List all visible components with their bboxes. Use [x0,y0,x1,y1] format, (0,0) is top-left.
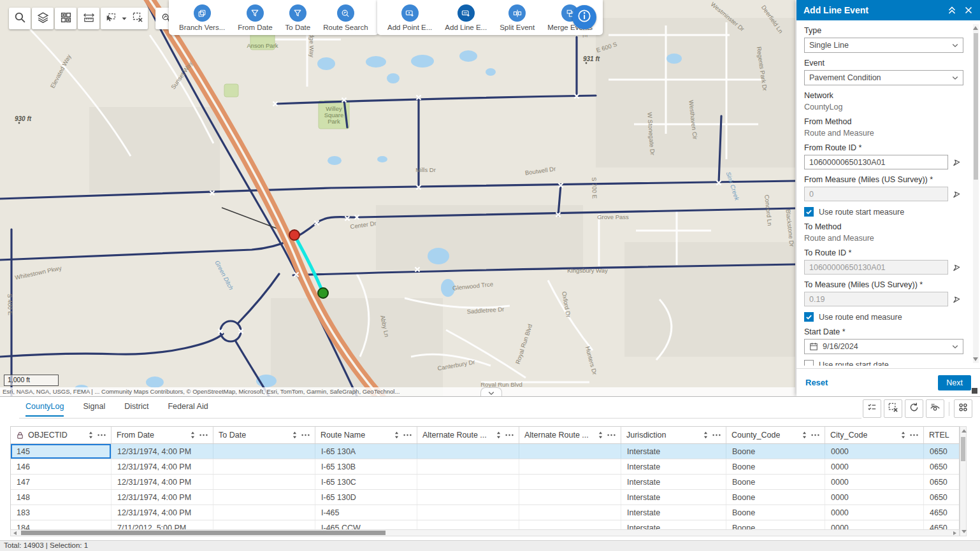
caret-down-icon[interactable] [121,13,127,24]
next-button[interactable]: Next [938,375,971,390]
show-selection-button[interactable] [863,399,881,418]
table-cell[interactable]: 147 [11,475,112,489]
measure-tool[interactable] [78,8,99,29]
table-cell[interactable]: 0000 [825,505,924,520]
table-cell[interactable]: 0650 [924,490,960,504]
route-search-tool[interactable]: Route Search [323,4,368,31]
sort-icon[interactable] [496,431,501,439]
table-cell[interactable]: 0000 [825,475,924,489]
table-cell[interactable]: I-465 [315,505,417,520]
to-route-id-input[interactable]: 10600000650130A01 [804,260,948,275]
table-cell[interactable]: 145 [11,444,112,459]
table-cell[interactable]: 12/31/1974, 4:00 PM [112,444,213,459]
table-cell[interactable]: Interstate [621,505,726,520]
column-header[interactable]: Alternate Route ... [417,427,519,443]
refresh-table-button[interactable] [905,399,923,418]
table-cell[interactable] [213,459,315,474]
column-menu-icon[interactable] [811,434,819,436]
table-options-button[interactable] [954,399,972,418]
table-cell[interactable]: 12/31/1974, 4:00 PM [112,505,213,520]
table-cell[interactable] [417,444,519,459]
pick-from-map-icon[interactable] [952,189,962,199]
table-cell[interactable]: Boone [726,444,825,459]
table-row[interactable]: 14812/31/1974, 4:00 PMI-65 130DInterstat… [11,490,959,505]
select-cursor-icon[interactable] [105,11,117,25]
sort-icon[interactable] [190,431,196,439]
overview-tool[interactable] [55,8,76,29]
table-row[interactable]: 18312/31/1974, 4:00 PMI-465InterstateBoo… [11,505,959,520]
type-select[interactable]: Single Line [804,38,963,53]
add-point-event-tool[interactable]: Add Point E... [387,4,432,31]
pick-from-map-icon[interactable] [952,157,962,167]
branch-versions-tool[interactable]: Branch Vers... [179,4,225,31]
table-cell[interactable] [213,505,315,520]
table-cell[interactable]: 0650 [924,444,960,459]
table-cell[interactable]: 12/31/1974, 4:00 PM [112,459,213,474]
layers-tool[interactable] [32,8,54,29]
table-cell[interactable]: 0000 [825,444,924,459]
sort-icon[interactable] [900,431,906,439]
column-header[interactable]: Jurisdiction [621,427,726,443]
column-menu-icon[interactable] [199,434,208,436]
table-cell[interactable]: Boone [726,459,825,474]
table-cell[interactable] [213,444,315,459]
to-date-tool[interactable]: To Date [285,4,311,31]
table-cell[interactable]: I-65 130D [315,490,417,504]
sort-icon[interactable] [598,431,603,439]
use-route-start-measure-checkbox[interactable]: Use route start measure [804,207,965,217]
pick-from-map-icon[interactable] [952,262,962,272]
table-cell[interactable] [417,475,519,489]
table-cell[interactable]: 0650 [924,459,960,474]
split-event-tool[interactable]: Split Event [500,4,535,31]
table-cell[interactable]: Boone [726,475,825,489]
pick-from-map-icon[interactable] [952,294,962,304]
table-cell[interactable] [519,475,621,489]
table-horizontal-scrollbar[interactable] [10,529,960,536]
identify-info-button[interactable] [572,5,596,29]
table-cell[interactable] [519,505,621,520]
table-cell[interactable]: I-65 130B [315,459,417,474]
table-cell[interactable]: Interstate [621,475,726,489]
from-date-tool[interactable]: From Date [238,4,272,31]
table-cell[interactable]: 12/31/1974, 4:00 PM [112,490,213,504]
table-vertical-scrollbar[interactable] [960,426,967,536]
table-cell[interactable]: 146 [11,459,112,474]
to-measure-input[interactable]: 0.19 [804,292,948,306]
table-row[interactable]: 14512/31/1974, 4:00 PMI-65 130AInterstat… [11,444,959,459]
table-cell[interactable]: 148 [11,490,112,504]
table-cell[interactable]: 183 [11,505,112,520]
table-cell[interactable] [417,505,519,520]
column-menu-icon[interactable] [712,434,721,436]
tab-countylog[interactable]: CountyLog [25,402,64,417]
clear-table-selection-button[interactable] [884,399,902,418]
reset-button[interactable]: Reset [805,378,828,387]
column-header[interactable]: To Date [213,427,315,443]
table-cell[interactable]: 0000 [825,490,924,504]
column-header[interactable]: City_Code [825,427,924,443]
table-cell[interactable]: Boone [726,490,825,504]
table-cell[interactable]: I-65 130C [315,475,417,489]
table-cell[interactable] [213,490,315,504]
table-row[interactable]: 14612/31/1974, 4:00 PMI-65 130BInterstat… [11,459,959,475]
close-panel-icon[interactable] [964,6,973,15]
start-date-input[interactable]: 9/16/2024 [804,339,963,354]
column-menu-icon[interactable] [607,434,616,436]
column-header[interactable]: County_Code [726,427,825,443]
table-cell[interactable]: 0000 [825,459,924,474]
table-cell[interactable]: 4650 [924,505,960,520]
collapse-panel-icon[interactable] [948,6,956,15]
event-select[interactable]: Pavement Condition [804,70,963,85]
from-measure-input[interactable]: 0 [804,187,948,201]
column-menu-icon[interactable] [301,434,310,436]
sort-icon[interactable] [292,431,298,439]
table-cell[interactable]: Interstate [621,459,726,474]
table-cell[interactable]: Boone [726,505,825,520]
search-tool[interactable] [9,8,31,29]
table-cell[interactable] [213,475,315,489]
hide-fields-button[interactable] [926,399,944,418]
use-route-start-date-checkbox[interactable]: Use route start date [804,360,965,366]
column-menu-icon[interactable] [910,434,918,436]
panel-scrollbar[interactable] [973,24,979,363]
table-cell[interactable]: 12/31/1974, 4:00 PM [112,475,213,489]
column-menu-icon[interactable] [403,434,412,436]
